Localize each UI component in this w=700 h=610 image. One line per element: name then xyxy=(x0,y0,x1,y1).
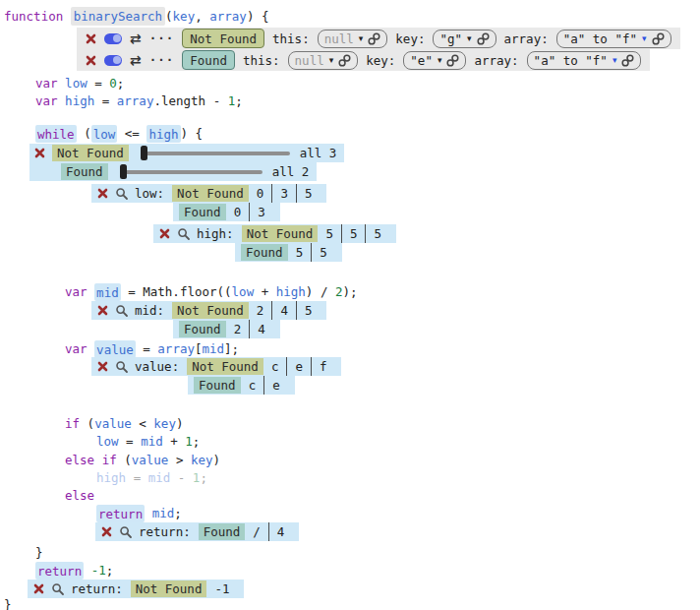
code-token xyxy=(145,506,152,520)
chevron-down-icon: ▾ xyxy=(329,56,334,65)
close-button[interactable] xyxy=(86,33,96,44)
probe-values: 03 xyxy=(226,203,273,221)
close-button[interactable] xyxy=(159,224,170,243)
magnifier-icon[interactable] xyxy=(115,184,129,203)
code-token: var xyxy=(65,341,88,356)
close-button[interactable] xyxy=(101,522,112,541)
code-token: mid xyxy=(141,434,163,449)
swap-calls-icon[interactable]: ⇄ xyxy=(130,31,142,45)
slider-track[interactable] xyxy=(141,152,290,155)
link-icon[interactable] xyxy=(477,32,490,45)
toggle-switch[interactable] xyxy=(104,33,122,44)
link-icon[interactable] xyxy=(338,54,351,67)
param-label-key: key: xyxy=(366,53,395,68)
slider-track[interactable] xyxy=(120,170,262,174)
probe-row: Foundce xyxy=(188,376,295,395)
code-token: < xyxy=(132,416,154,431)
magnifier-icon[interactable] xyxy=(51,580,65,598)
call-result-badge[interactable]: Not Found xyxy=(182,29,264,48)
probe-values: 245 xyxy=(249,301,321,320)
code-token: low xyxy=(96,434,119,449)
probe-value: 2 xyxy=(249,301,272,320)
code-token: else xyxy=(65,488,94,503)
probe-value: 4 xyxy=(249,320,273,338)
code-token: value xyxy=(94,340,136,358)
toggle-switch[interactable] xyxy=(104,55,122,66)
code-token: ) / xyxy=(306,284,335,299)
probe-values: 55 xyxy=(288,243,335,262)
code-token xyxy=(94,453,102,467)
slider-result-badge: Not Found xyxy=(52,145,129,161)
magnifier-icon[interactable] xyxy=(119,522,133,541)
chevron-down-icon: ▾ xyxy=(642,34,647,43)
code-line: function binarySearch(key, array) { xyxy=(4,8,268,26)
more-options-icon[interactable]: ··· xyxy=(149,32,175,45)
probe-row: mid:Not Found245 xyxy=(91,301,326,320)
spacer xyxy=(44,580,51,598)
code-token: ) xyxy=(213,453,221,467)
code-line: return mid; xyxy=(96,505,182,522)
probe-value: / xyxy=(245,522,268,541)
chevron-down-icon: ▾ xyxy=(612,56,617,65)
code-token xyxy=(63,9,71,24)
call-result-badge[interactable]: Found xyxy=(182,50,235,70)
close-button[interactable] xyxy=(97,301,108,320)
this-dropdown[interactable]: null▾ xyxy=(288,51,359,70)
probe-value: f xyxy=(311,357,335,376)
close-button[interactable] xyxy=(33,580,44,598)
close-button[interactable] xyxy=(86,55,96,66)
slider-thumb[interactable] xyxy=(141,146,147,160)
link-icon[interactable] xyxy=(368,32,380,45)
iteration-slider-row: Foundall 2 xyxy=(29,162,317,181)
code-token: = xyxy=(94,93,117,108)
code-line: } xyxy=(4,596,12,610)
magnifier-icon[interactable] xyxy=(115,357,129,376)
probe-row: value:Not Foundcef xyxy=(91,357,341,376)
probe-values: 035 xyxy=(249,184,321,203)
code-token: function xyxy=(4,9,63,24)
close-button[interactable] xyxy=(97,184,108,203)
magnifier-icon[interactable] xyxy=(115,301,129,320)
probe-value: 3 xyxy=(249,203,273,221)
code-token: = xyxy=(119,434,142,449)
probe-value: 5 xyxy=(296,184,321,203)
slider-thumb[interactable] xyxy=(120,164,127,179)
code-token: if xyxy=(65,416,80,431)
probe-row: Found03 xyxy=(173,203,280,221)
spacer xyxy=(112,522,119,541)
code-token: ) { xyxy=(181,126,204,141)
code-line: low = mid + 1; xyxy=(96,433,200,451)
code-token: mid xyxy=(203,341,225,356)
this-dropdown[interactable]: null▾ xyxy=(318,30,388,48)
magnifier-icon[interactable] xyxy=(177,224,191,243)
param-label-this: this: xyxy=(243,53,280,68)
code-line: else if (value > key) xyxy=(65,452,220,469)
key-dropdown[interactable]: "g"▾ xyxy=(433,30,496,48)
dropdown-value: "e" xyxy=(410,53,433,68)
key-dropdown[interactable]: "e"▾ xyxy=(403,51,466,70)
probe-values: /4 xyxy=(245,522,292,541)
probe-value: 2 xyxy=(226,320,250,338)
probe-result-badge: Not Found xyxy=(172,185,249,202)
dropdown-value: null xyxy=(324,31,354,46)
code-line: return -1; xyxy=(35,562,113,580)
link-icon[interactable] xyxy=(652,32,665,45)
swap-calls-icon[interactable]: ⇄ xyxy=(130,53,142,67)
close-button[interactable] xyxy=(97,357,108,376)
code-line: var high = array.length - 1; xyxy=(35,92,243,110)
probe-value: 5 xyxy=(341,224,366,243)
spacer xyxy=(108,357,115,376)
probe-result-badge: Not Found xyxy=(242,225,319,242)
more-options-icon[interactable]: ··· xyxy=(149,54,175,67)
array-dropdown[interactable]: "a" to "f"▾ xyxy=(556,30,671,48)
array-dropdown[interactable]: "a" to "f"▾ xyxy=(527,51,642,70)
close-button[interactable] xyxy=(34,148,45,158)
link-icon[interactable] xyxy=(446,54,459,67)
code-token: mid xyxy=(94,283,121,301)
code-token: ); xyxy=(342,284,357,299)
probe-row: high:Not Found555 xyxy=(153,224,396,243)
toggle-knob-icon xyxy=(113,34,121,42)
link-icon[interactable] xyxy=(621,54,634,67)
code-token: ; xyxy=(117,76,125,91)
probe-value: 5 xyxy=(311,243,335,262)
